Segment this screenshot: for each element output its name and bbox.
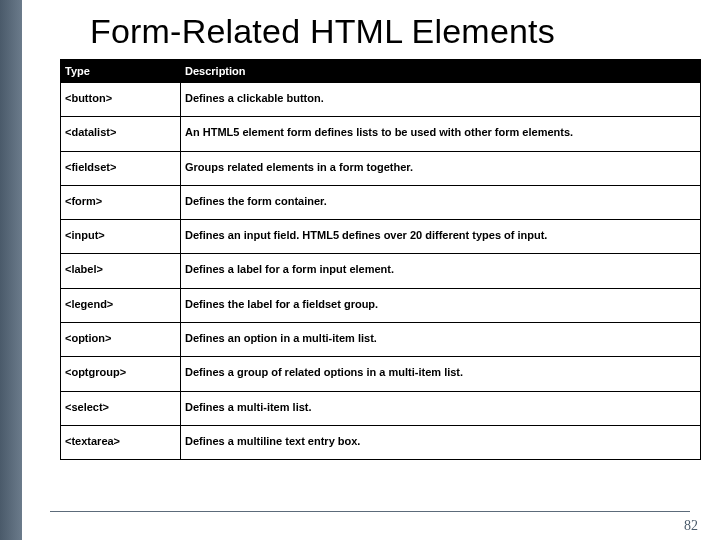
table-header-row: Type Description (61, 60, 701, 83)
cell-desc: Defines an input field. HTML5 defines ov… (181, 220, 701, 254)
page-title: Form-Related HTML Elements (90, 12, 700, 51)
cell-type: <button> (61, 83, 181, 117)
cell-desc: Defines a multiline text entry box. (181, 425, 701, 459)
cell-desc: Defines a multi-item list. (181, 391, 701, 425)
cell-desc: Defines a label for a form input element… (181, 254, 701, 288)
table-row: <legend> Defines the label for a fieldse… (61, 288, 701, 322)
accent-bar (0, 0, 22, 540)
cell-desc: Defines a group of related options in a … (181, 357, 701, 391)
elements-table: Type Description <button> Defines a clic… (60, 59, 701, 460)
table-row: <option> Defines an option in a multi-it… (61, 323, 701, 357)
footer-rule (50, 511, 690, 512)
cell-desc: Defines the form container. (181, 185, 701, 219)
cell-type: <datalist> (61, 117, 181, 151)
table-row: <textarea> Defines a multiline text entr… (61, 425, 701, 459)
table-row: <select> Defines a multi-item list. (61, 391, 701, 425)
table-row: <optgroup> Defines a group of related op… (61, 357, 701, 391)
table-row: <input> Defines an input field. HTML5 de… (61, 220, 701, 254)
cell-desc: An HTML5 element form defines lists to b… (181, 117, 701, 151)
cell-type: <fieldset> (61, 151, 181, 185)
col-header-type: Type (61, 60, 181, 83)
cell-desc: Defines a clickable button. (181, 83, 701, 117)
cell-desc: Defines the label for a fieldset group. (181, 288, 701, 322)
cell-type: <select> (61, 391, 181, 425)
slide: Form-Related HTML Elements Type Descript… (0, 0, 720, 540)
page-number: 82 (684, 518, 698, 534)
table-row: <button> Defines a clickable button. (61, 83, 701, 117)
cell-type: <legend> (61, 288, 181, 322)
table-row: <form> Defines the form container. (61, 185, 701, 219)
cell-type: <optgroup> (61, 357, 181, 391)
cell-type: <option> (61, 323, 181, 357)
table-row: <label> Defines a label for a form input… (61, 254, 701, 288)
cell-desc: Groups related elements in a form togeth… (181, 151, 701, 185)
table-row: <datalist> An HTML5 element form defines… (61, 117, 701, 151)
cell-desc: Defines an option in a multi-item list. (181, 323, 701, 357)
cell-type: <input> (61, 220, 181, 254)
col-header-desc: Description (181, 60, 701, 83)
table-row: <fieldset> Groups related elements in a … (61, 151, 701, 185)
cell-type: <textarea> (61, 425, 181, 459)
cell-type: <form> (61, 185, 181, 219)
cell-type: <label> (61, 254, 181, 288)
